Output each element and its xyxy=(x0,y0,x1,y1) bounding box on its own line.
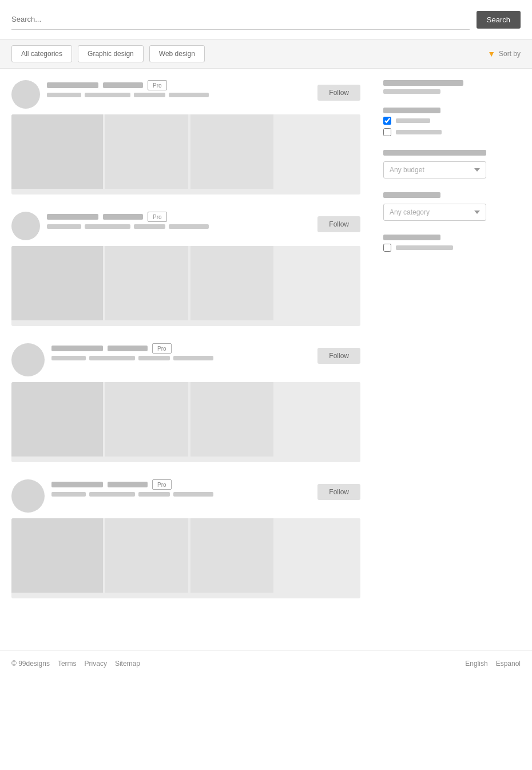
result-meta-bars xyxy=(51,492,360,497)
grid-cell xyxy=(11,114,103,189)
filter-tab-1[interactable]: All categories xyxy=(11,45,72,62)
image-grid xyxy=(11,246,360,326)
sidebar-section-category: Any category xyxy=(383,192,486,221)
avail-checkbox-label xyxy=(396,245,453,250)
sidebar-sub-bar xyxy=(383,89,440,94)
footer-copyright: © 99designs xyxy=(11,660,50,668)
checkbox-availability[interactable] xyxy=(383,244,391,252)
search-bar-area: Search xyxy=(0,0,532,39)
result-title-row: Pro xyxy=(47,212,360,222)
footer: © 99designs Terms Privacy Sitemap Englis… xyxy=(0,650,532,677)
sidebar-section-sort xyxy=(383,80,486,94)
follow-button[interactable]: Follow xyxy=(317,216,360,232)
checkbox-1[interactable] xyxy=(383,117,391,125)
image-grid xyxy=(11,382,360,462)
result-name-bar xyxy=(47,214,98,220)
result-info: Pro xyxy=(47,212,360,229)
result-meta-bars xyxy=(47,93,360,97)
filter-tab-2[interactable]: Graphic design xyxy=(78,45,144,62)
footer-right: English Espanol xyxy=(465,660,521,668)
grid-cell xyxy=(105,382,188,457)
footer-lang-es[interactable]: Espanol xyxy=(496,660,521,668)
main-layout: Pro Follow xyxy=(0,69,532,627)
meta-bar xyxy=(169,93,209,97)
follow-button[interactable]: Follow xyxy=(317,85,360,101)
filter-tab-3[interactable]: Web design xyxy=(149,45,205,62)
avatar xyxy=(11,479,45,513)
results-list: Pro Follow xyxy=(0,69,372,627)
grid-cell xyxy=(276,246,360,320)
avatar xyxy=(11,343,45,376)
meta-bar xyxy=(85,93,130,97)
grid-cell xyxy=(11,246,103,320)
search-button[interactable]: Search xyxy=(477,11,521,29)
avatar xyxy=(11,212,40,240)
footer-left: © 99designs Terms Privacy Sitemap xyxy=(11,660,140,668)
result-title-row: Pro xyxy=(51,479,360,490)
meta-bar xyxy=(89,492,135,497)
meta-bar xyxy=(138,492,170,497)
meta-bar xyxy=(173,356,213,360)
result-badge: Pro xyxy=(148,80,167,90)
category-select[interactable]: Any category xyxy=(383,204,486,221)
meta-bar xyxy=(85,224,130,229)
meta-bar xyxy=(134,93,165,97)
budget-select[interactable]: Any budget xyxy=(383,161,486,178)
checkbox-label xyxy=(396,130,442,134)
result-header: Pro Follow xyxy=(11,479,360,513)
checkbox-2[interactable] xyxy=(383,128,391,136)
result-name-bar-2 xyxy=(108,346,148,351)
meta-bar xyxy=(138,356,170,360)
sidebar-category-title-bar xyxy=(383,192,440,198)
grid-cell xyxy=(276,114,360,189)
result-name-bar-2 xyxy=(103,214,143,220)
footer-lang-en[interactable]: English xyxy=(465,660,487,668)
sort-filter-area: ▼ Sort by xyxy=(487,49,521,58)
grid-cell xyxy=(105,246,188,320)
footer-privacy-link[interactable]: Privacy xyxy=(85,660,107,668)
sidebar-title-bar xyxy=(383,80,463,86)
filter-tabs-bar: All categories Graphic design Web design… xyxy=(0,39,532,69)
filter-icon: ▼ xyxy=(487,49,495,58)
result-header: Pro Follow xyxy=(11,343,360,376)
grid-cell xyxy=(276,518,360,593)
result-title-row: Pro xyxy=(51,343,360,354)
sidebar-section-title-bar xyxy=(383,108,440,113)
follow-button[interactable]: Follow xyxy=(317,484,360,500)
result-card: Pro Follow xyxy=(11,343,360,462)
checkbox-row-avail xyxy=(383,244,486,252)
result-name-bar-2 xyxy=(108,482,148,487)
footer-terms-link[interactable]: Terms xyxy=(58,660,77,668)
sidebar-avail-title-bar xyxy=(383,235,440,240)
search-input[interactable] xyxy=(11,9,470,30)
result-card: Pro Follow xyxy=(11,80,360,195)
grid-cell xyxy=(276,382,360,457)
result-header: Pro Follow xyxy=(11,212,360,240)
sidebar-section-budget: Any budget xyxy=(383,150,486,178)
grid-cell xyxy=(105,114,188,189)
follow-button[interactable]: Follow xyxy=(317,348,360,364)
result-badge: Pro xyxy=(152,343,172,354)
grid-cell xyxy=(11,382,103,457)
meta-bar xyxy=(134,224,165,229)
result-meta-bars xyxy=(47,224,360,229)
checkbox-row-2 xyxy=(383,128,486,136)
meta-bar xyxy=(89,356,135,360)
sidebar-section-availability xyxy=(383,235,486,252)
footer-sitemap-link[interactable]: Sitemap xyxy=(115,660,140,668)
grid-cell xyxy=(11,518,103,593)
grid-cell xyxy=(190,518,273,593)
grid-cell xyxy=(190,246,273,320)
meta-bar xyxy=(173,492,213,497)
image-grid xyxy=(11,114,360,195)
sidebar-budget-title-bar xyxy=(383,150,486,156)
result-name-bar xyxy=(51,346,103,351)
meta-bar xyxy=(47,224,81,229)
result-badge: Pro xyxy=(148,212,167,222)
grid-cell xyxy=(190,382,273,457)
result-name-bar xyxy=(51,482,103,487)
avatar xyxy=(11,80,40,109)
result-info: Pro xyxy=(51,343,360,360)
meta-bar xyxy=(47,93,81,97)
result-name-bar-2 xyxy=(103,82,143,88)
